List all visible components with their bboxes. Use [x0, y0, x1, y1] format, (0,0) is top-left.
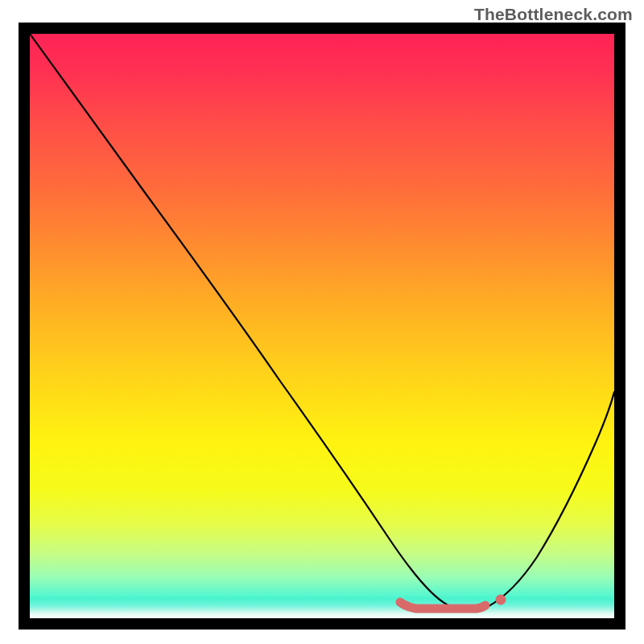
optimal-point-dot: [496, 595, 506, 605]
plot-area: [30, 34, 614, 618]
bottleneck-curve-svg: [30, 34, 614, 618]
bottleneck-curve-path: [30, 34, 614, 610]
chart-frame: TheBottleneck.com: [0, 0, 644, 644]
watermark-text: TheBottleneck.com: [474, 5, 633, 24]
plot-border: [19, 23, 625, 630]
optimal-range-marker: [400, 602, 485, 609]
